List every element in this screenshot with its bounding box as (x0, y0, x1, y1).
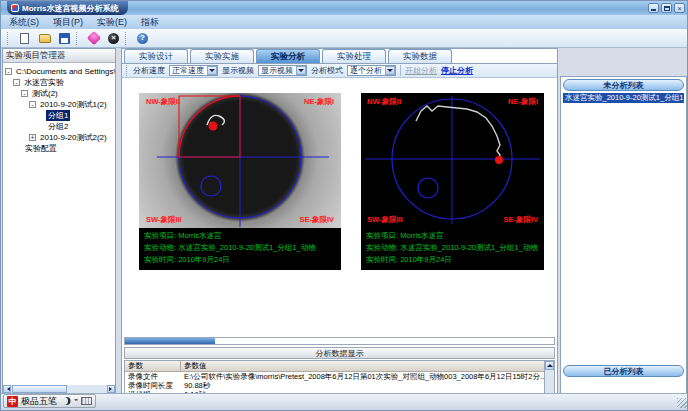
analyze-icon (86, 31, 100, 45)
ime-logo-icon[interactable]: 中 (7, 396, 18, 407)
tab-experiment-data[interactable]: 实验数据 (388, 49, 452, 63)
experiment-time-line: 实验时间: 2010年9月24日 (366, 254, 539, 266)
help-button[interactable]: ? (134, 31, 151, 46)
column-header-param[interactable]: 参数 (125, 361, 181, 371)
experiment-animal-line: 实验动物: 水迷宫实验_2010-9-20测试1_分组1_动物 (144, 242, 336, 254)
tab-experiment-processing[interactable]: 实验处理 (322, 49, 386, 63)
toolbar-grip (126, 65, 129, 76)
tree-node-group1[interactable]: 分组1 (5, 110, 115, 121)
chevron-down-icon[interactable] (296, 66, 306, 75)
tab-experiment-design[interactable]: 实验设计 (124, 49, 188, 63)
experiment-project-line: 实验项目: Morris水迷宫 (366, 230, 539, 242)
close-button[interactable]: × (674, 3, 685, 13)
quadrant-label-sw: SW-象限III (146, 215, 182, 225)
experiment-info-block: 实验项目: Morris水迷宫 实验动物: 水迷宫实验_2010-9-20测试1… (139, 228, 341, 270)
scrollbar-thumb[interactable] (12, 385, 67, 393)
analysis-lists-panel: 未分析列表 水迷宫实验_2010-9-20测试1_分组1_动物 已分析列表 (560, 76, 687, 394)
scroll-left-icon[interactable] (3, 385, 11, 393)
menu-indicators[interactable]: 指标 (141, 16, 159, 29)
collapse-icon[interactable]: - (21, 90, 28, 97)
analysis-toolbar: 分析速度 正常速度 显示视频 显示视频 分析模式 逐个分析 开始分析 停止分析 (122, 63, 557, 78)
menu-experiment[interactable]: 实验(E) (97, 16, 127, 29)
experiment-animal-line: 实验动物: 水迷宫实验_2010-9-20测试1_分组1_动物 (366, 242, 539, 254)
chevron-down-icon[interactable] (385, 66, 395, 75)
window-title-tab: Morris水迷宫视频分析系统 (7, 1, 128, 15)
scroll-up-icon[interactable] (545, 361, 554, 370)
progress-fill (125, 338, 215, 344)
analysis-data-panel: 分析数据显示 参数 参数值 录像文件E:\公司软件\实验录像\morris\Pr… (124, 347, 555, 393)
analyzed-list-header: 已分析列表 (563, 365, 684, 377)
tree-node-group2[interactable]: 分组2 (5, 121, 115, 132)
mode-select[interactable]: 逐个分析 (347, 65, 396, 76)
title-bar: Morris水迷宫视频分析系统 × (1, 1, 688, 15)
data-panel-title: 分析数据显示 (124, 347, 555, 359)
stop-analysis-link[interactable]: 停止分析 (441, 65, 473, 76)
maze-camera-image: NW-象限II NE-象限I SW-象限III SE-象限IV (139, 93, 341, 228)
show-video-select[interactable]: 显示视频 (258, 65, 307, 76)
quadrant-label-ne: NE-象限I (508, 97, 538, 107)
help-icon: ? (137, 33, 148, 44)
tree-node-test1[interactable]: -2010-9-20测试1(2) (5, 99, 115, 110)
quadrant-label-sw: SW-象限III (367, 215, 403, 225)
project-explorer-title: 实验项目管理器 (3, 49, 115, 63)
tree-node-config[interactable]: 实验配置 (5, 143, 115, 154)
collapse-icon[interactable]: - (13, 79, 20, 86)
expand-icon[interactable]: + (29, 134, 36, 141)
menu-project[interactable]: 项目(P) (53, 16, 83, 29)
analysis-progress-bar (124, 337, 555, 345)
quadrant-label-se: SE-象限IV (503, 215, 538, 225)
quadrant-label-se: SE-象限IV (299, 215, 334, 225)
tab-experiment-run[interactable]: 实验实施 (190, 49, 254, 63)
menu-system[interactable]: 系统(S) (9, 16, 39, 29)
experiment-project-line: 实验项目: Morris水迷宫 (144, 230, 336, 242)
quadrant-label-ne: NE-象限I (304, 97, 334, 107)
window-title: Morris水迷宫视频分析系统 (22, 3, 118, 14)
app-icon (11, 4, 19, 12)
unanalyzed-list-header: 未分析列表 (563, 79, 684, 91)
separator (400, 65, 401, 76)
new-file-icon (20, 33, 29, 44)
stop-icon: × (108, 33, 119, 44)
trajectory-plot: NW-象限II NE-象限I SW-象限III SE-象限IV (361, 93, 544, 228)
tree-node-tests[interactable]: -测试(2) (5, 88, 115, 99)
toolbar-grip (76, 32, 79, 45)
menu-bar: 系统(S) 项目(P) 实验(E) 指标 (1, 15, 688, 29)
keyboard-icon[interactable] (81, 397, 92, 405)
ime-name[interactable]: 极品五笔 (21, 395, 57, 408)
analyze-button[interactable] (85, 31, 102, 46)
tree-node-root[interactable]: -C:\Documents and Settings\Adm (5, 66, 115, 77)
chevron-down-icon[interactable] (207, 66, 217, 75)
experiment-info-block: 实验项目: Morris水迷宫 实验动物: 水迷宫实验_2010-9-20测试1… (361, 228, 544, 270)
new-project-button[interactable] (16, 31, 33, 46)
collapse-icon[interactable]: - (29, 101, 36, 108)
half-moon-icon[interactable] (60, 397, 68, 405)
resize-grip[interactable] (677, 398, 687, 408)
minimize-icon (651, 9, 656, 11)
toolbar-grip (125, 32, 128, 45)
save-icon (59, 33, 70, 44)
tab-experiment-analysis[interactable]: 实验分析 (256, 49, 320, 63)
maximize-button[interactable] (661, 3, 672, 13)
collapse-icon[interactable]: - (5, 68, 12, 75)
unanalyzed-list-item[interactable]: 水迷宫实验_2010-9-20测试1_分组1_动物 (563, 93, 684, 103)
scroll-right-icon[interactable] (107, 385, 115, 393)
speed-select[interactable]: 正常速度 (169, 65, 218, 76)
open-project-button[interactable] (36, 31, 53, 46)
stop-button[interactable]: × (105, 31, 122, 46)
main-toolbar: × ? (1, 29, 688, 48)
project-tree: -C:\Documents and Settings\Adm -水迷宫实验 -测… (3, 64, 115, 385)
start-analysis-link[interactable]: 开始分析 (405, 65, 437, 76)
tree-horizontal-scrollbar[interactable] (3, 385, 115, 393)
analysis-workspace: 实验设计 实验实施 实验分析 实验处理 实验数据 分析速度 正常速度 显示视频 … (121, 48, 558, 394)
tree-node-test2[interactable]: +2010-9-20测试2(2) (5, 132, 115, 143)
experiment-time-line: 实验时间: 2010年9月24日 (144, 254, 336, 266)
column-header-value[interactable]: 参数值 (181, 361, 554, 371)
show-video-label: 显示视频 (222, 65, 254, 76)
tree-node-experiment[interactable]: -水迷宫实验 (5, 77, 115, 88)
save-button[interactable] (56, 31, 73, 46)
punctuation-icon[interactable]: ” (74, 397, 78, 406)
status-bar (1, 393, 688, 410)
project-explorer-panel: 实验项目管理器 -C:\Documents and Settings\Adm -… (2, 48, 116, 394)
minimize-button[interactable] (648, 3, 659, 13)
tab-bar: 实验设计 实验实施 实验分析 实验处理 实验数据 (124, 49, 452, 63)
